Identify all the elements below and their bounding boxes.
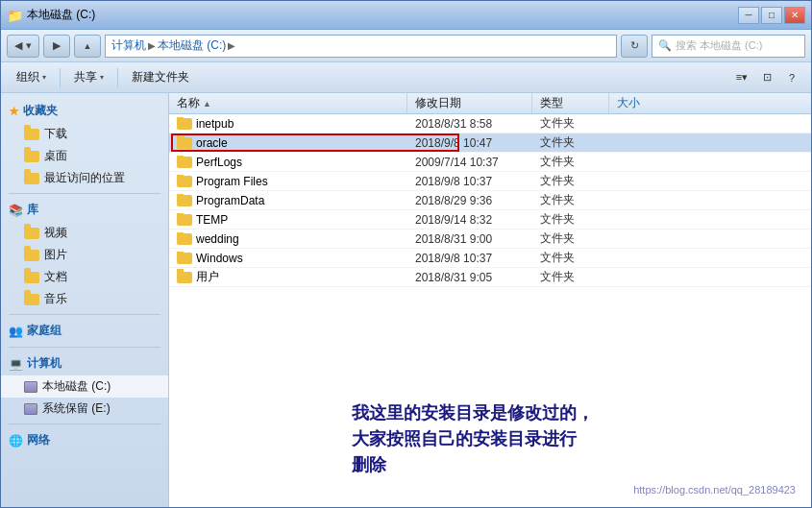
sidebar-item-recent[interactable]: 最近访问的位置 [1, 167, 168, 189]
sidebar-item-downloads[interactable]: 下载 [1, 123, 168, 145]
favorites-header: ★ 收藏夹 [1, 99, 168, 123]
folder-icon [177, 176, 192, 187]
file-type-programdata: 文件夹 [532, 192, 609, 208]
file-row-perflogs[interactable]: PerfLogs 2009/7/14 10:37 文件夹 [169, 153, 811, 172]
folder-icon [24, 228, 39, 239]
folder-icon [177, 272, 192, 283]
toolbar: 组织 ▾ 共享 ▾ 新建文件夹 ≡▾ ⊡ ? [1, 62, 811, 93]
minimize-button[interactable]: ─ [738, 7, 759, 24]
col-size-header[interactable]: 大小 [609, 93, 809, 113]
new-folder-button[interactable]: 新建文件夹 [124, 66, 197, 89]
file-row-users[interactable]: 用户 2018/8/31 9:05 文件夹 [169, 268, 811, 287]
back-button[interactable]: ◀ ▾ [7, 35, 39, 58]
sidebar-divider-4 [9, 423, 160, 424]
file-row-temp[interactable]: TEMP 2018/9/14 8:32 文件夹 [169, 210, 811, 230]
file-date-windows: 2018/9/8 10:37 [407, 252, 532, 265]
refresh-button[interactable]: ↻ [621, 35, 648, 58]
sidebar-divider-1 [9, 193, 160, 194]
file-type-users: 文件夹 [532, 269, 609, 285]
disk-icon [24, 403, 37, 415]
file-row-oracle[interactable]: oracle 2018/9/8 10:47 文件夹 [169, 133, 811, 153]
col-type-header[interactable]: 类型 [532, 93, 609, 113]
annotation-text: 我这里的安装目录是修改过的， 大家按照自己的安装目录进行 删除 [352, 400, 594, 478]
programdata-text: ProgramData [196, 194, 264, 207]
file-row-windows[interactable]: Windows 2018/9/8 10:37 文件夹 [169, 249, 811, 268]
file-type-perflogs: 文件夹 [532, 154, 609, 170]
sidebar-divider-3 [9, 347, 160, 348]
toolbar-sep-2 [117, 68, 118, 87]
breadcrumb-drive[interactable]: 本地磁盘 (C:) [158, 37, 226, 54]
file-row-inetpub[interactable]: inetpub 2018/8/31 8:58 文件夹 [169, 114, 811, 133]
search-placeholder: 搜索 本地磁盘 (C:) [676, 38, 762, 53]
folder-icon [177, 118, 192, 130]
up-button[interactable]: ▲ [74, 35, 101, 58]
address-bar: ◀ ▾ ▶ ▲ 计算机 ▶ 本地磁盘 (C:) ▶ ↻ 🔍 搜索 本地磁盘 (C… [1, 30, 811, 62]
sidebar-item-music[interactable]: 音乐 [1, 288, 168, 310]
library-icon: 📚 [9, 204, 23, 217]
breadcrumb-sep2: ▶ [228, 40, 235, 51]
file-type-wedding: 文件夹 [532, 230, 609, 247]
share-label: 共享 [74, 69, 97, 85]
file-name-inetpub: inetpub [169, 117, 407, 131]
help-button[interactable]: ? [780, 66, 803, 89]
pictures-label: 图片 [44, 247, 67, 263]
network-header: 🌐 网络 [1, 428, 168, 452]
close-button[interactable]: ✕ [784, 7, 805, 24]
breadcrumb[interactable]: 计算机 ▶ 本地磁盘 (C:) ▶ [105, 35, 617, 58]
sidebar-item-pictures[interactable]: 图片 [1, 244, 168, 266]
search-bar[interactable]: 🔍 搜索 本地磁盘 (C:) [652, 35, 805, 58]
desktop-label: 桌面 [44, 148, 67, 164]
col-name-header[interactable]: 名称 ▲ [169, 93, 407, 113]
file-date-wedding: 2018/8/31 9:00 [407, 232, 532, 246]
col-type-label: 类型 [540, 95, 563, 111]
network-label: 网络 [27, 432, 50, 448]
search-icon: 🔍 [658, 39, 672, 52]
file-type-inetpub: 文件夹 [532, 115, 609, 132]
breadcrumb-computer[interactable]: 计算机 [111, 37, 146, 54]
file-type-oracle: 文件夹 [532, 134, 609, 151]
file-name-windows: Windows [169, 252, 407, 265]
sidebar-item-video[interactable]: 视频 [1, 222, 168, 244]
sidebar-item-desktop[interactable]: 桌面 [1, 145, 168, 167]
maximize-button[interactable]: □ [761, 7, 782, 24]
view-mode-button[interactable]: ≡▾ [730, 66, 753, 89]
sidebar-item-c-drive[interactable]: 本地磁盘 (C:) [1, 375, 168, 398]
sidebar-item-e-drive[interactable]: 系统保留 (E:) [1, 398, 168, 420]
sort-arrow: ▲ [203, 99, 211, 109]
watermark: https://blog.csdn.net/qq_28189423 [633, 484, 796, 496]
sidebar-library: 📚 库 视频 图片 文档 音乐 [1, 198, 168, 310]
file-row-programdata[interactable]: ProgramData 2018/8/29 9:36 文件夹 [169, 191, 811, 210]
homegroup-label: 家庭组 [27, 323, 62, 339]
sidebar-favorites: ★ 收藏夹 下载 桌面 最近访问的位置 [1, 99, 168, 189]
sidebar-network: 🌐 网络 [1, 428, 168, 452]
share-button[interactable]: 共享 ▾ [66, 66, 111, 89]
preview-pane-button[interactable]: ⊡ [755, 66, 778, 89]
new-folder-label: 新建文件夹 [132, 69, 189, 85]
file-row-wedding[interactable]: wedding 2018/8/31 9:00 文件夹 [169, 230, 811, 249]
file-row-programfiles[interactable]: Program Files 2018/9/8 10:37 文件夹 [169, 172, 811, 191]
file-name-oracle: oracle [169, 136, 407, 150]
file-name-perflogs: PerfLogs [169, 156, 407, 169]
temp-text: TEMP [196, 213, 228, 227]
breadcrumb-sep: ▶ [148, 40, 156, 51]
forward-button[interactable]: ▶ [43, 35, 70, 58]
folder-icon [177, 253, 192, 264]
oracle-filename-text: oracle [196, 136, 228, 150]
folder-icon [177, 157, 192, 168]
file-name-wedding: wedding [169, 232, 407, 246]
share-arrow: ▾ [100, 73, 104, 82]
column-header: 名称 ▲ 修改日期 类型 大小 [169, 93, 811, 114]
library-label: 库 [27, 202, 38, 218]
wedding-text: wedding [196, 232, 239, 246]
computer-icon: 💻 [9, 357, 23, 371]
col-date-header[interactable]: 修改日期 [407, 93, 532, 113]
music-label: 音乐 [44, 291, 67, 307]
organize-button[interactable]: 组织 ▾ [9, 66, 54, 89]
sidebar-divider-2 [9, 314, 160, 315]
folder-icon [177, 195, 192, 206]
file-name-users: 用户 [169, 269, 407, 285]
sidebar-item-documents[interactable]: 文档 [1, 266, 168, 288]
users-text: 用户 [196, 269, 219, 285]
downloads-label: 下载 [44, 126, 67, 142]
window-title: 本地磁盘 (C:) [27, 7, 95, 23]
